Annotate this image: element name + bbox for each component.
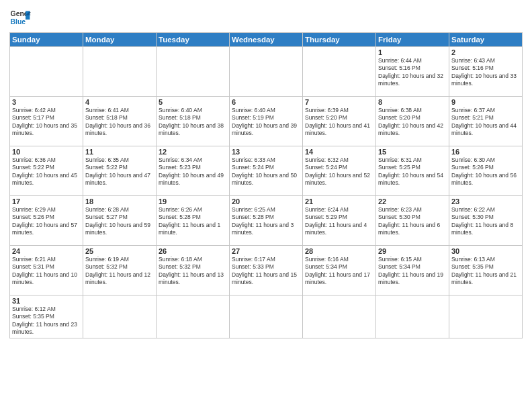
calendar-cell: 5Sunrise: 6:40 AM Sunset: 5:18 PM Daylig…	[157, 97, 230, 146]
calendar-cell: 25Sunrise: 6:19 AM Sunset: 5:32 PM Dayli…	[83, 246, 157, 295]
calendar-cell: 17Sunrise: 6:29 AM Sunset: 5:26 PM Dayli…	[10, 196, 83, 246]
day-info: Sunrise: 6:33 AM Sunset: 5:24 PM Dayligh…	[232, 156, 300, 187]
week-row-2: 3Sunrise: 6:42 AM Sunset: 5:17 PM Daylig…	[10, 97, 523, 146]
calendar-cell: 7Sunrise: 6:39 AM Sunset: 5:20 PM Daylig…	[303, 97, 376, 146]
col-header-tuesday: Tuesday	[157, 33, 230, 47]
svg-text:Blue: Blue	[11, 18, 26, 26]
day-info: Sunrise: 6:31 AM Sunset: 5:25 PM Dayligh…	[378, 156, 447, 187]
day-info: Sunrise: 6:39 AM Sunset: 5:20 PM Dayligh…	[305, 107, 373, 138]
day-number: 4	[85, 98, 154, 106]
day-number: 29	[378, 247, 447, 255]
calendar-cell: 4Sunrise: 6:41 AM Sunset: 5:18 PM Daylig…	[83, 97, 157, 146]
calendar-cell	[83, 295, 157, 338]
day-info: Sunrise: 6:32 AM Sunset: 5:24 PM Dayligh…	[305, 156, 373, 187]
day-number: 26	[159, 247, 227, 255]
week-row-3: 10Sunrise: 6:36 AM Sunset: 5:22 PM Dayli…	[10, 146, 523, 196]
day-number: 13	[232, 148, 300, 156]
calendar-cell: 16Sunrise: 6:30 AM Sunset: 5:26 PM Dayli…	[449, 146, 523, 196]
day-info: Sunrise: 6:19 AM Sunset: 5:32 PM Dayligh…	[85, 256, 154, 287]
col-header-thursday: Thursday	[303, 33, 376, 47]
day-info: Sunrise: 6:26 AM Sunset: 5:28 PM Dayligh…	[159, 206, 227, 237]
day-info: Sunrise: 6:41 AM Sunset: 5:18 PM Dayligh…	[85, 107, 154, 138]
day-info: Sunrise: 6:30 AM Sunset: 5:26 PM Dayligh…	[451, 156, 520, 187]
day-number: 5	[159, 98, 227, 106]
calendar-cell: 10Sunrise: 6:36 AM Sunset: 5:22 PM Dayli…	[10, 146, 83, 196]
day-number: 12	[159, 148, 227, 156]
calendar-cell: 2Sunrise: 6:43 AM Sunset: 5:16 PM Daylig…	[449, 47, 523, 97]
day-info: Sunrise: 6:24 AM Sunset: 5:29 PM Dayligh…	[305, 206, 373, 237]
calendar-cell: 6Sunrise: 6:40 AM Sunset: 5:19 PM Daylig…	[230, 97, 303, 146]
day-info: Sunrise: 6:37 AM Sunset: 5:21 PM Dayligh…	[451, 107, 520, 138]
day-info: Sunrise: 6:23 AM Sunset: 5:30 PM Dayligh…	[378, 206, 447, 237]
day-number: 3	[12, 98, 81, 106]
calendar-cell: 28Sunrise: 6:16 AM Sunset: 5:34 PM Dayli…	[303, 246, 376, 295]
week-row-6: 31Sunrise: 6:12 AM Sunset: 5:35 PM Dayli…	[10, 295, 523, 338]
calendar-cell	[230, 295, 303, 338]
calendar-cell: 15Sunrise: 6:31 AM Sunset: 5:25 PM Dayli…	[376, 146, 449, 196]
day-info: Sunrise: 6:38 AM Sunset: 5:20 PM Dayligh…	[378, 107, 447, 138]
day-number: 30	[451, 247, 520, 255]
calendar-cell: 21Sunrise: 6:24 AM Sunset: 5:29 PM Dayli…	[303, 196, 376, 246]
day-number: 9	[451, 98, 520, 106]
page: General Blue SundayMondayTuesdayWednesda…	[0, 0, 532, 411]
calendar-header-row: SundayMondayTuesdayWednesdayThursdayFrid…	[10, 33, 523, 47]
day-number: 23	[451, 197, 520, 205]
calendar-cell	[303, 295, 376, 338]
day-info: Sunrise: 6:44 AM Sunset: 5:16 PM Dayligh…	[378, 57, 447, 88]
day-info: Sunrise: 6:18 AM Sunset: 5:32 PM Dayligh…	[159, 256, 227, 287]
day-number: 16	[451, 148, 520, 156]
day-number: 28	[305, 247, 373, 255]
day-number: 2	[451, 48, 520, 56]
calendar-cell	[376, 295, 449, 338]
day-info: Sunrise: 6:34 AM Sunset: 5:23 PM Dayligh…	[159, 156, 227, 187]
calendar-cell: 1Sunrise: 6:44 AM Sunset: 5:16 PM Daylig…	[376, 47, 449, 97]
col-header-monday: Monday	[83, 33, 157, 47]
day-info: Sunrise: 6:17 AM Sunset: 5:33 PM Dayligh…	[232, 256, 300, 287]
day-number: 20	[232, 197, 300, 205]
day-info: Sunrise: 6:36 AM Sunset: 5:22 PM Dayligh…	[12, 156, 81, 187]
calendar-cell: 26Sunrise: 6:18 AM Sunset: 5:32 PM Dayli…	[157, 246, 230, 295]
col-header-wednesday: Wednesday	[230, 33, 303, 47]
day-number: 22	[378, 197, 447, 205]
header: General Blue	[9, 7, 523, 28]
day-number: 31	[12, 297, 81, 305]
calendar-cell	[449, 295, 523, 338]
calendar-cell	[83, 47, 157, 97]
calendar-cell: 8Sunrise: 6:38 AM Sunset: 5:20 PM Daylig…	[376, 97, 449, 146]
day-info: Sunrise: 6:35 AM Sunset: 5:22 PM Dayligh…	[85, 156, 154, 187]
day-info: Sunrise: 6:21 AM Sunset: 5:31 PM Dayligh…	[12, 256, 81, 287]
calendar-cell: 27Sunrise: 6:17 AM Sunset: 5:33 PM Dayli…	[230, 246, 303, 295]
calendar-cell: 29Sunrise: 6:15 AM Sunset: 5:34 PM Dayli…	[376, 246, 449, 295]
day-info: Sunrise: 6:40 AM Sunset: 5:18 PM Dayligh…	[159, 107, 227, 138]
day-info: Sunrise: 6:22 AM Sunset: 5:30 PM Dayligh…	[451, 206, 520, 237]
col-header-sunday: Sunday	[10, 33, 83, 47]
calendar-cell	[230, 47, 303, 97]
calendar-cell: 31Sunrise: 6:12 AM Sunset: 5:35 PM Dayli…	[10, 295, 83, 338]
day-number: 11	[85, 148, 154, 156]
calendar-cell: 22Sunrise: 6:23 AM Sunset: 5:30 PM Dayli…	[376, 196, 449, 246]
week-row-1: 1Sunrise: 6:44 AM Sunset: 5:16 PM Daylig…	[10, 47, 523, 97]
day-number: 1	[378, 48, 447, 56]
week-row-4: 17Sunrise: 6:29 AM Sunset: 5:26 PM Dayli…	[10, 196, 523, 246]
day-number: 7	[305, 98, 373, 106]
day-info: Sunrise: 6:16 AM Sunset: 5:34 PM Dayligh…	[305, 256, 373, 287]
day-number: 6	[232, 98, 300, 106]
day-number: 15	[378, 148, 447, 156]
calendar-cell	[303, 47, 376, 97]
calendar-cell: 14Sunrise: 6:32 AM Sunset: 5:24 PM Dayli…	[303, 146, 376, 196]
col-header-friday: Friday	[376, 33, 449, 47]
calendar-cell: 23Sunrise: 6:22 AM Sunset: 5:30 PM Dayli…	[449, 196, 523, 246]
day-number: 17	[12, 197, 81, 205]
day-info: Sunrise: 6:42 AM Sunset: 5:17 PM Dayligh…	[12, 107, 81, 138]
day-info: Sunrise: 6:13 AM Sunset: 5:35 PM Dayligh…	[451, 256, 520, 287]
day-info: Sunrise: 6:40 AM Sunset: 5:19 PM Dayligh…	[232, 107, 300, 138]
calendar-cell: 9Sunrise: 6:37 AM Sunset: 5:21 PM Daylig…	[449, 97, 523, 146]
day-info: Sunrise: 6:29 AM Sunset: 5:26 PM Dayligh…	[12, 206, 81, 237]
calendar-cell: 18Sunrise: 6:28 AM Sunset: 5:27 PM Dayli…	[83, 196, 157, 246]
day-number: 8	[378, 98, 447, 106]
day-info: Sunrise: 6:15 AM Sunset: 5:34 PM Dayligh…	[378, 256, 447, 287]
day-number: 19	[159, 197, 227, 205]
day-number: 24	[12, 247, 81, 255]
day-info: Sunrise: 6:43 AM Sunset: 5:16 PM Dayligh…	[451, 57, 520, 88]
calendar-cell	[157, 295, 230, 338]
